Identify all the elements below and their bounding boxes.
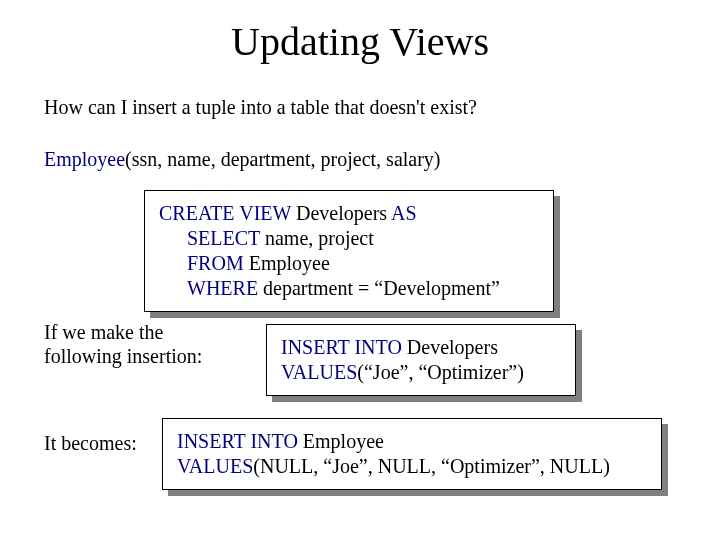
kw-from: FROM: [187, 252, 244, 274]
sql-box-create-view: CREATE VIEW Developers AS SELECT name, p…: [144, 190, 554, 312]
slide: Updating Views How can I insert a tuple …: [0, 0, 720, 540]
slide-title: Updating Views: [0, 18, 720, 65]
kw-values-2: VALUES: [177, 455, 253, 477]
schema-line: Employee(ssn, name, department, project,…: [44, 148, 441, 171]
label-if-insertion: If we make the following insertion:: [44, 320, 234, 368]
txt-from-table: Employee: [244, 252, 330, 274]
line-select: SELECT name, project: [159, 226, 539, 251]
sql-box-insert-developers: INSERT INTO Developers VALUES(“Joe”, “Op…: [266, 324, 576, 396]
schema-relation: Employee: [44, 148, 125, 170]
kw-values-1: VALUES: [281, 361, 357, 383]
label-it-becomes: It becomes:: [44, 432, 137, 455]
kw-insert-into-1: INSERT INTO: [281, 336, 402, 358]
sql-box-insert-employee: INSERT INTO Employee VALUES(NULL, “Joe”,…: [162, 418, 662, 490]
txt-insert-target-1: Developers: [402, 336, 498, 358]
txt-select-cols: name, project: [260, 227, 374, 249]
schema-attrs: (ssn, name, department, project, salary): [125, 148, 440, 170]
line-where: WHERE department = “Development”: [159, 276, 539, 301]
txt-insert-target-2: Employee: [298, 430, 384, 452]
kw-insert-into-2: INSERT INTO: [177, 430, 298, 452]
txt-view-name: Developers: [291, 202, 391, 224]
txt-where-cond: department = “Development”: [258, 277, 500, 299]
txt-values-2: (NULL, “Joe”, NULL, “Optimizer”, NULL): [253, 455, 610, 477]
line-from: FROM Employee: [159, 251, 539, 276]
kw-as: AS: [391, 202, 417, 224]
kw-where: WHERE: [187, 277, 258, 299]
kw-create-view: CREATE VIEW: [159, 202, 291, 224]
intro-text: How can I insert a tuple into a table th…: [44, 96, 477, 119]
kw-select: SELECT: [187, 227, 260, 249]
txt-values-1: (“Joe”, “Optimizer”): [357, 361, 524, 383]
